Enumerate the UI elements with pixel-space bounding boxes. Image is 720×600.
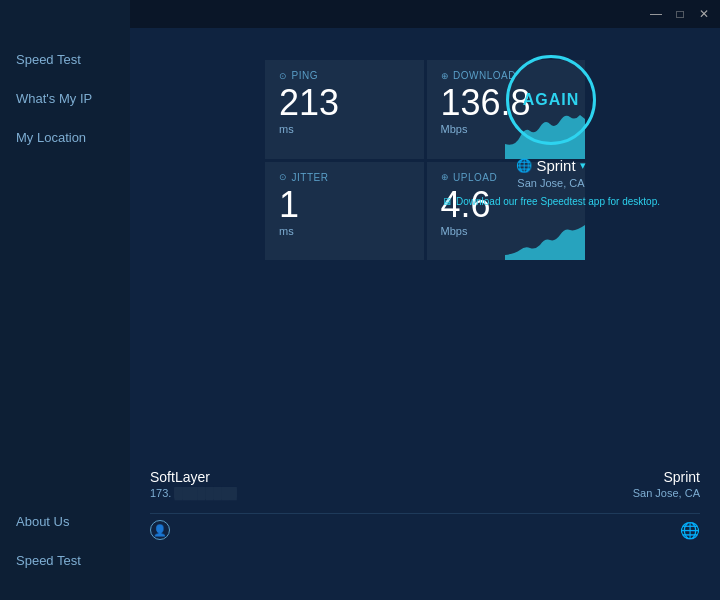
ping-cell: ⊙ PING 213 ms xyxy=(265,60,424,159)
isp-ip: 173. ████████ xyxy=(150,487,237,499)
sidebar-bottom: About Us Speed Test xyxy=(0,502,130,600)
isp-name: SoftLayer xyxy=(150,469,237,485)
titlebar-controls: — □ ✕ xyxy=(648,7,712,21)
chevron-down-icon[interactable]: ▾ xyxy=(580,159,586,172)
right-server-name: Sprint xyxy=(633,469,700,485)
download-app-link[interactable]: 🖥 Download our free Speedtest app for de… xyxy=(442,196,660,207)
bottom-bar-icons: 👤 🌐 xyxy=(150,520,700,540)
ping-unit: ms xyxy=(279,123,410,135)
globe-small-icon: 🌐 xyxy=(516,158,532,173)
user-icon[interactable]: 👤 xyxy=(150,520,170,540)
person-icon: 👤 xyxy=(153,524,167,537)
monitor-icon: 🖥 xyxy=(442,196,452,207)
ip-redacted: ████████ xyxy=(174,487,236,499)
again-button[interactable]: AGAIN xyxy=(506,55,596,145)
sidebar-item-my-ip[interactable]: What's My IP xyxy=(0,79,130,118)
close-button[interactable]: ✕ xyxy=(696,7,712,21)
divider xyxy=(150,513,700,514)
jitter-unit: ms xyxy=(279,225,410,237)
isp-info: SoftLayer 173. ████████ xyxy=(150,469,237,499)
sidebar-item-about[interactable]: About Us xyxy=(0,502,130,541)
ping-value: 213 xyxy=(279,85,410,121)
bottom-bar: SoftLayer 173. ████████ Sprint San Jose,… xyxy=(150,469,700,540)
titlebar: — □ ✕ xyxy=(130,0,720,28)
server-name: 🌐 Sprint ▾ xyxy=(516,157,585,174)
jitter-icon: ⊙ xyxy=(279,172,288,182)
globe-icon[interactable]: 🌐 xyxy=(680,521,700,540)
server-location: San Jose, CA xyxy=(517,177,584,189)
sidebar-spacer xyxy=(0,157,130,502)
sidebar-item-location[interactable]: My Location xyxy=(0,118,130,157)
again-container: AGAIN 🌐 Sprint ▾ San Jose, CA 🖥 Download… xyxy=(442,55,660,207)
sidebar-item-speed-test-2[interactable]: Speed Test xyxy=(0,541,130,580)
right-server-info: Sprint San Jose, CA xyxy=(633,469,700,499)
sidebar-item-speed-test[interactable]: Speed Test xyxy=(0,40,130,79)
jitter-value: 1 xyxy=(279,187,410,223)
ping-icon: ⊙ xyxy=(279,71,288,81)
right-server-location: San Jose, CA xyxy=(633,487,700,499)
ping-label: ⊙ PING xyxy=(279,70,410,81)
maximize-button[interactable]: □ xyxy=(672,7,688,21)
upload-chart xyxy=(505,210,585,260)
server-info: 🌐 Sprint ▾ San Jose, CA 🖥 Download our f… xyxy=(442,157,660,207)
sidebar: Speed Test What's My IP My Location Abou… xyxy=(0,0,130,600)
jitter-cell: ⊙ JITTER 1 ms xyxy=(265,162,424,261)
minimize-button[interactable]: — xyxy=(648,7,664,21)
bottom-bar-row: SoftLayer 173. ████████ Sprint San Jose,… xyxy=(150,469,700,507)
main-content: — □ ✕ ⊙ PING 213 ms ⊕ DOWNLOAD 136.8 Mbp… xyxy=(130,0,720,600)
jitter-label: ⊙ JITTER xyxy=(279,172,410,183)
